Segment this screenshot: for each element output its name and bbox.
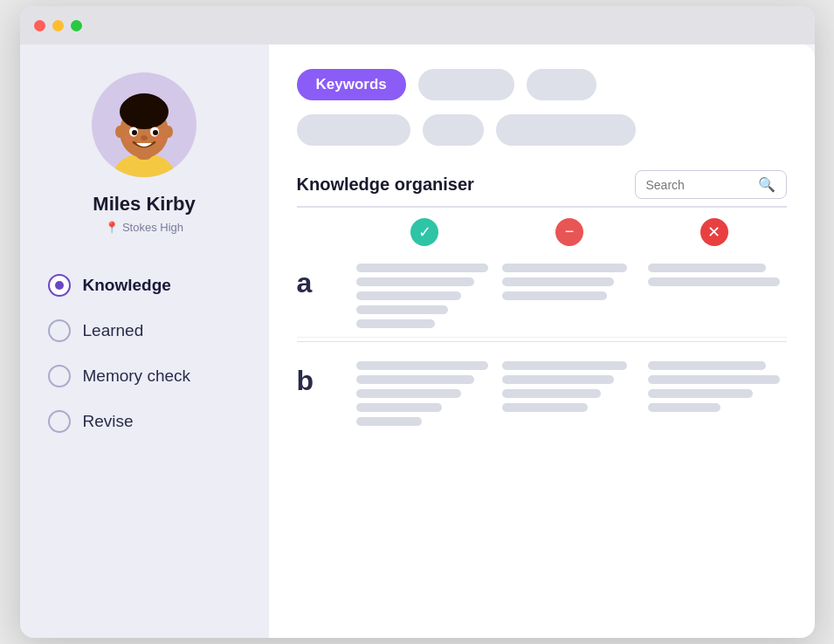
nav-icon-knowledge [48, 274, 71, 297]
keyword-placeholder-2 [527, 69, 596, 100]
cross-icon: ✕ [700, 218, 728, 246]
line-placeholder [648, 264, 767, 272]
line-placeholder [502, 361, 627, 370]
keywords-button[interactable]: Keywords [297, 69, 406, 100]
table-row-b: b [297, 353, 787, 435]
sidebar-item-memory-check-label: Memory check [83, 367, 191, 386]
line-placeholder [648, 277, 780, 286]
sidebar-item-learned-label: Learned [83, 321, 144, 340]
line-placeholder [356, 277, 475, 286]
line-placeholder [502, 389, 601, 398]
line-placeholder [648, 389, 754, 398]
keyword-placeholder-3 [297, 114, 410, 146]
svg-point-5 [115, 126, 124, 138]
window-body: Miles Kirby 📍 Stokes High Knowledge Lear… [20, 45, 815, 638]
maximize-button[interactable] [71, 20, 82, 31]
line-placeholder [356, 375, 475, 384]
organiser-header: Knowledge organiser 🔍 [297, 170, 787, 199]
divider-top [297, 206, 787, 208]
user-school: 📍 Stokes High [105, 221, 183, 234]
keyword-placeholder-5 [496, 114, 636, 146]
location-icon: 📍 [105, 221, 119, 234]
row-col-b-3 [641, 361, 787, 412]
line-placeholder [502, 277, 614, 286]
nav-icon-revise [48, 410, 71, 433]
sidebar-item-revise-label: Revise [83, 412, 134, 431]
sidebar-item-knowledge[interactable]: Knowledge [41, 265, 248, 305]
search-box[interactable]: 🔍 [635, 170, 787, 199]
sidebar-item-knowledge-label: Knowledge [83, 276, 171, 295]
svg-point-13 [155, 134, 164, 143]
svg-point-12 [124, 134, 133, 143]
line-placeholder [356, 305, 449, 314]
svg-point-10 [153, 130, 158, 135]
main-content: Keywords Knowledge organiser 🔍 [269, 45, 815, 638]
row-col-b-2 [495, 361, 641, 412]
keyword-placeholder-1 [418, 69, 514, 100]
svg-point-11 [141, 135, 148, 140]
nav-icon-learned [48, 319, 71, 342]
nav-icon-memory-check [48, 365, 71, 387]
line-placeholder [648, 375, 780, 384]
organiser-title: Knowledge organiser [297, 175, 474, 195]
line-placeholder [502, 264, 627, 272]
search-icon: 🔍 [758, 176, 775, 193]
minimize-button[interactable] [52, 20, 64, 31]
search-input[interactable] [646, 178, 751, 192]
line-placeholder [648, 361, 767, 370]
keywords-row-1: Keywords [297, 69, 787, 100]
keywords-row-2 [297, 114, 787, 146]
line-placeholder [356, 264, 488, 272]
close-button[interactable] [34, 20, 45, 31]
row-col-a-2 [495, 264, 641, 300]
sidebar-item-memory-check[interactable]: Memory check [41, 356, 248, 396]
sidebar: Miles Kirby 📍 Stokes High Knowledge Lear… [20, 45, 269, 638]
row-col-b-1 [349, 361, 495, 426]
line-placeholder [502, 403, 588, 412]
app-window: Miles Kirby 📍 Stokes High Knowledge Lear… [20, 6, 815, 638]
row-col-a-3 [641, 264, 787, 286]
row-label-b: b [297, 361, 349, 397]
sidebar-item-learned[interactable]: Learned [41, 311, 248, 351]
line-placeholder [502, 375, 614, 384]
line-placeholder [356, 403, 442, 412]
line-placeholder [356, 291, 462, 300]
line-placeholder [356, 361, 488, 370]
nav-items: Knowledge Learned Memory check Revise [41, 265, 248, 442]
avatar [92, 72, 196, 177]
row-col-a-1 [349, 264, 495, 328]
divider-mid [297, 341, 787, 343]
line-placeholder [356, 319, 436, 328]
line-placeholder [356, 389, 462, 398]
column-icons-row: ✓ − ✕ [297, 218, 787, 246]
svg-point-6 [164, 126, 173, 138]
svg-point-9 [132, 130, 137, 135]
row-label-a: a [297, 264, 349, 299]
minus-icon: − [555, 218, 583, 246]
line-placeholder [648, 403, 720, 412]
table-row-a: a [297, 255, 787, 338]
user-name: Miles Kirby [93, 193, 195, 216]
avatar-image [96, 81, 192, 177]
line-placeholder [356, 417, 423, 426]
svg-point-4 [123, 93, 165, 121]
sidebar-item-revise[interactable]: Revise [41, 401, 248, 442]
line-placeholder [502, 291, 608, 300]
title-bar [20, 6, 815, 45]
check-icon: ✓ [410, 218, 438, 246]
keyword-placeholder-4 [423, 114, 484, 146]
